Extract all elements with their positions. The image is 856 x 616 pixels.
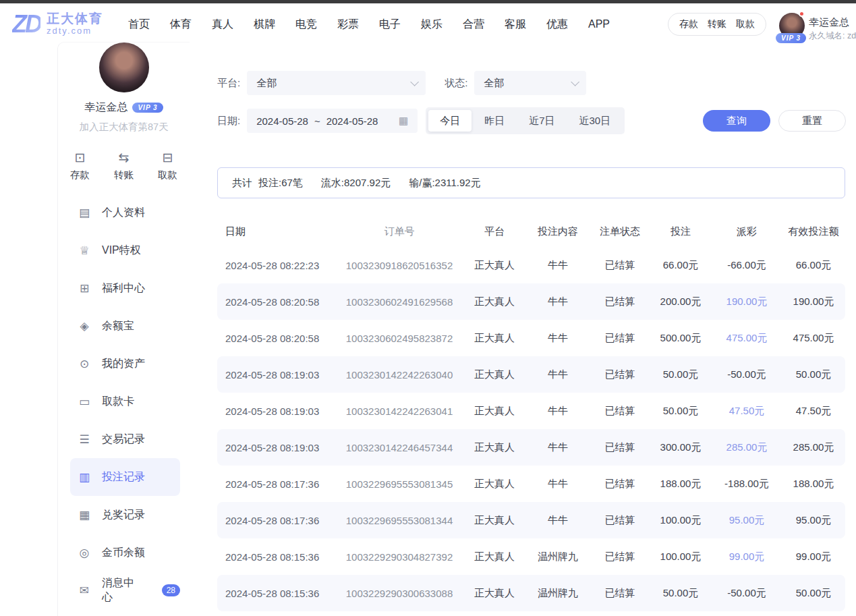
cell-payout: -50.00元 [712, 587, 782, 600]
cell-status: 已结算 [590, 551, 650, 563]
cell-status: 已结算 [590, 296, 650, 308]
cell-date: 2024-05-28 08:19:03 [217, 442, 335, 453]
cell-content: 牛牛 [525, 478, 590, 491]
cell-date: 2024-05-28 08:22:23 [217, 260, 335, 271]
table-row: 2024-05-28 08:17:36 1003229695553081344 … [217, 502, 845, 538]
cell-valid: 188.00元 [782, 478, 845, 491]
profile-avatar[interactable] [99, 43, 149, 92]
cell-date: 2024-05-28 08:17:36 [217, 478, 335, 490]
platform-select[interactable]: 全部 [247, 71, 426, 95]
col-date: 日期 [217, 225, 335, 238]
date-separator: ~ [314, 115, 320, 127]
wallet-action[interactable]: 取款 [736, 18, 755, 30]
sidebar-menu-item[interactable]: ▭ 取款卡 [70, 383, 180, 420]
col-status: 注单状态 [590, 225, 650, 238]
sidebar-menu-item[interactable]: ▤ 个人资料 [70, 194, 180, 231]
date-range-input[interactable]: 2024-05-28 ~ 2024-05-28 ▦ [247, 109, 418, 133]
cell-valid: 50.00元 [782, 587, 845, 600]
date-range-tab[interactable]: 近30日 [568, 110, 623, 132]
nav-item[interactable]: 电竞 [285, 3, 327, 45]
site-logo[interactable]: ZD 正大体育 zdty.com [12, 10, 103, 38]
summary-turnover: 流水:8207.92元 [321, 177, 391, 190]
assets-yuan-icon: ⊙ [77, 357, 92, 371]
sidebar-menu-item[interactable]: ✎ 意见反馈 [70, 609, 180, 616]
cell-content: 牛牛 [525, 441, 590, 454]
cell-valid: 99.00元 [782, 551, 845, 563]
cell-order: 1003229695553081345 [335, 478, 463, 490]
date-to: 2024-05-28 [326, 115, 378, 127]
sidebar-menu-item[interactable]: ▦ 兑奖记录 [70, 496, 180, 534]
logo-domain: zdty.com [47, 26, 103, 36]
cell-payout: 99.00元 [712, 551, 782, 563]
quick-action[interactable]: ⇆ 转账 [114, 150, 134, 181]
nav-item[interactable]: 首页 [118, 3, 160, 45]
sidebar-menu: ▤ 个人资料 ♕ VIP特权 ⊞ 福利中心 ◈ [58, 194, 190, 616]
nav-item[interactable]: 电子 [369, 3, 411, 45]
profile-name: 幸运金总 [84, 101, 127, 115]
mail-icon: ✉ [77, 584, 92, 598]
status-select[interactable]: 全部 [474, 71, 586, 95]
date-label: 日期: [217, 115, 240, 128]
cell-bet: 50.00元 [650, 405, 712, 418]
cell-bet: 200.00元 [650, 296, 712, 308]
cell-status: 已结算 [590, 478, 650, 491]
sidebar-menu-item[interactable]: ⊞ 福利中心 [70, 269, 180, 307]
cell-date: 2024-05-28 08:20:58 [217, 333, 335, 344]
quick-action-label: 取款 [158, 169, 177, 181]
date-range-tab[interactable]: 今日 [428, 110, 472, 132]
cell-content: 温州牌九 [525, 551, 590, 563]
cell-date: 2024-05-28 08:17:36 [217, 515, 335, 526]
cell-order: 1003230918620516352 [335, 260, 463, 271]
date-range-tab[interactable]: 昨日 [473, 110, 516, 132]
vip-badge: VIP 3 [776, 33, 806, 43]
table-header: 日期 订单号 平台 投注内容 注单状态 投注 派彩 有效投注额 [217, 216, 845, 247]
header-user[interactable]: VIP 3 幸运金总总 永久域名: zdty [776, 12, 856, 45]
wallet-action[interactable]: 转账 [708, 18, 726, 30]
col-valid: 有效投注额 [782, 225, 845, 238]
wallet-action[interactable]: 存款 [679, 18, 698, 30]
date-range-tab[interactable]: 近7日 [517, 110, 566, 132]
cell-valid: 190.00元 [782, 296, 845, 308]
cell-payout: -66.00元 [712, 259, 782, 272]
bank-card-icon: ▭ [77, 395, 92, 409]
nav-item[interactable]: 彩票 [327, 3, 369, 45]
cell-date: 2024-05-28 08:15:36 [217, 551, 335, 563]
table-row: 2024-05-28 08:22:23 1003230918620516352 … [217, 247, 845, 283]
cell-payout: 190.00元 [712, 296, 782, 308]
nav-item[interactable]: 优惠 [536, 3, 578, 45]
sidebar: 幸运金总 VIP 3 加入正大体育第87天 ⊡ 存款 ⇆ 转账 ⊟ 取款 [57, 42, 190, 616]
sidebar-menu-item[interactable]: ♕ VIP特权 [70, 231, 180, 269]
sidebar-menu-label: VIP特权 [102, 244, 141, 258]
sidebar-menu-label: 投注记录 [102, 470, 145, 484]
search-button[interactable]: 查询 [703, 110, 770, 132]
sidebar-menu-item[interactable]: ⊙ 我的资产 [70, 345, 180, 383]
nav-item[interactable]: 娱乐 [411, 3, 453, 45]
nav-item[interactable]: 合营 [453, 3, 494, 45]
sidebar-menu-item[interactable]: ☰ 交易记录 [70, 420, 180, 458]
cell-platform: 正大真人 [463, 259, 525, 272]
nav-item[interactable]: 真人 [202, 3, 244, 45]
cell-platform: 正大真人 [463, 296, 525, 308]
quick-action[interactable]: ⊡ 存款 [70, 150, 90, 181]
cell-platform: 正大真人 [463, 368, 525, 381]
sidebar-menu-item[interactable]: ✉ 消息中心 28 [70, 571, 180, 609]
quick-action-label: 转账 [114, 169, 134, 181]
sidebar-menu-item[interactable]: ◎ 金币余额 [70, 534, 180, 571]
nav-item[interactable]: 棋牌 [244, 3, 285, 45]
logo-zd-mark-icon: ZD [12, 10, 40, 38]
sidebar-menu-item[interactable]: ▥ 投注记录 [70, 458, 180, 496]
cell-status: 已结算 [590, 514, 650, 527]
col-content: 投注内容 [525, 225, 590, 238]
filter-row-1: 平台: 全部 状态: 全部 [217, 71, 586, 95]
table-row: 2024-05-28 08:20:58 1003230602491629568 … [217, 283, 845, 320]
cell-payout: 475.00元 [712, 332, 782, 345]
nav-item[interactable]: 客服 [494, 3, 536, 45]
nav-item[interactable]: APP [578, 3, 620, 45]
sidebar-menu-item[interactable]: ◈ 余额宝 [70, 307, 180, 345]
sidebar-menu-label: 兑奖记录 [102, 508, 145, 522]
quick-action[interactable]: ⊟ 取款 [158, 150, 177, 181]
reset-button[interactable]: 重置 [778, 110, 846, 132]
nav-item[interactable]: 体育 [160, 3, 202, 45]
cell-content: 牛牛 [525, 332, 590, 345]
cell-status: 已结算 [590, 332, 650, 345]
